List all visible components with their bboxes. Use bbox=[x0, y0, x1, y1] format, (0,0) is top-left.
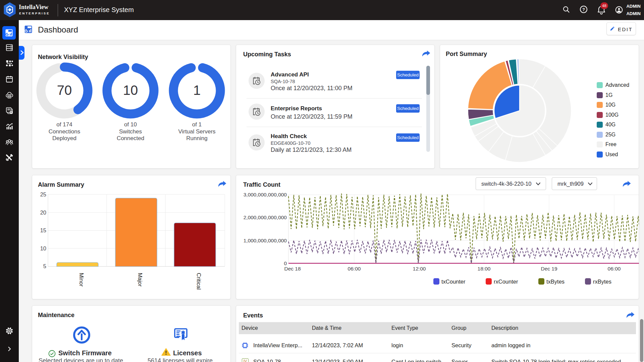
svg-text:10: 10 bbox=[123, 83, 138, 98]
svg-text:06:00: 06:00 bbox=[608, 266, 621, 272]
svg-text:20: 20 bbox=[40, 209, 46, 216]
svg-text:25: 25 bbox=[40, 191, 46, 197]
svg-text:5: 5 bbox=[43, 263, 46, 269]
svg-text:18:00: 18:00 bbox=[478, 266, 491, 272]
svg-text:10: 10 bbox=[40, 245, 46, 251]
svg-text:15: 15 bbox=[40, 227, 46, 233]
svg-text:3,000,000,000,000: 3,000,000,000,000 bbox=[244, 192, 287, 197]
svg-text:txCounter: txCounter bbox=[441, 279, 466, 285]
svg-text:12:00: 12:00 bbox=[413, 266, 426, 272]
svg-text:2,000,000,000,000: 2,000,000,000,000 bbox=[244, 215, 287, 220]
svg-text:Dec 18: Dec 18 bbox=[284, 266, 301, 272]
svg-text:06:00: 06:00 bbox=[348, 266, 361, 272]
svg-text:0: 0 bbox=[284, 260, 287, 266]
svg-text:Critical: Critical bbox=[196, 273, 202, 290]
svg-text:Major: Major bbox=[137, 273, 143, 287]
svg-text:Dec 19: Dec 19 bbox=[541, 266, 557, 272]
svg-text:rxCounter: rxCounter bbox=[494, 279, 518, 285]
svg-text:Minor: Minor bbox=[78, 273, 85, 287]
svg-text:rxBytes: rxBytes bbox=[593, 279, 611, 285]
svg-text:?: ? bbox=[582, 7, 585, 12]
svg-text:70: 70 bbox=[57, 83, 72, 98]
svg-text:txBytes: txBytes bbox=[546, 279, 565, 285]
svg-text:1: 1 bbox=[193, 83, 201, 98]
svg-text:1,000,000,000,000: 1,000,000,000,000 bbox=[244, 238, 287, 243]
